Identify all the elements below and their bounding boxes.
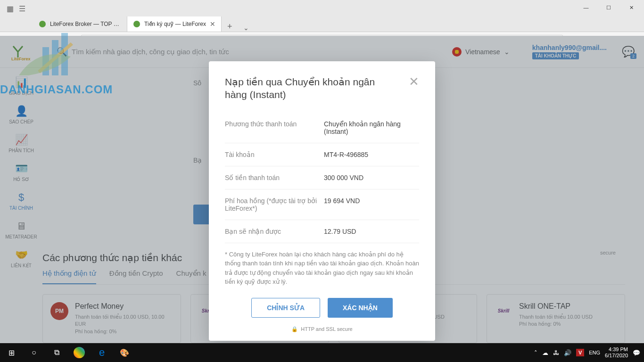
browser-tab-1[interactable]: Tiền ký quỹ — LiteForex ✕: [127, 16, 222, 32]
modal-row-account: Tài khoảnMT4-R-496885: [225, 143, 419, 166]
close-tab-icon[interactable]: ✕: [210, 20, 215, 28]
modal-close-button[interactable]: ✕: [409, 75, 419, 88]
confirm-button[interactable]: XÁC NHẬN: [328, 298, 393, 318]
keyboard-lang[interactable]: ENG: [589, 350, 600, 355]
svg-rect-5: [61, 33, 68, 75]
taskbar-app-edge[interactable]: e: [91, 343, 113, 362]
tray-volume-icon[interactable]: 🔊: [564, 349, 571, 356]
lang-indicator[interactable]: V: [576, 349, 584, 356]
window-titlebar: ▦ ☰ — ☐ ✕: [0, 0, 644, 15]
tab-title: LiteForex Broker — TOP For: [50, 21, 121, 27]
close-window-button[interactable]: ✕: [620, 0, 642, 15]
lock-icon: 🔒: [291, 326, 298, 332]
favicon-icon: [39, 20, 46, 28]
modal-title: Nạp tiền qua Chuyển khoản ngân hàng (Ins…: [225, 75, 395, 101]
notification-icon[interactable]: 💬: [633, 349, 640, 356]
start-button[interactable]: ⊞: [0, 343, 23, 362]
taskbar-app-chrome[interactable]: [74, 347, 85, 358]
tab-title: Tiền ký quỹ — LiteForex: [144, 21, 206, 27]
modal-row-method: Phương thức thanh toánChuyển khoản ngân …: [225, 113, 419, 143]
windows-taskbar: ⊞ ○ ⧉ e 🎨 ˄ ☁ 🖧 🔊 V ENG 4:39 PM 6/17/202…: [0, 343, 644, 362]
watermark: DANHGIASAN.COM: [0, 28, 113, 96]
deposit-confirm-modal: Nạp tiền qua Chuyển khoản ngân hàng (Ins…: [209, 61, 435, 341]
hamburger-icon[interactable]: ☰: [19, 4, 25, 11]
tabs-menu-button[interactable]: ⌄: [238, 24, 255, 32]
modal-row-amount: Số tiền thanh toán300 000 VND: [225, 166, 419, 189]
minimize-button[interactable]: —: [575, 0, 597, 15]
app-icon: ▦: [7, 4, 13, 11]
taskbar-app-paint[interactable]: 🎨: [113, 343, 136, 362]
tray-chevron-icon[interactable]: ˄: [534, 349, 537, 356]
tray-network-icon[interactable]: 🖧: [553, 349, 559, 356]
modal-note: * Công ty LiteForex hoàn lại cho khách h…: [225, 250, 419, 287]
modal-row-commission: Phí hoa hồng (*được tài trợ bởi LiteFore…: [225, 189, 419, 220]
modal-footer: 🔒 HTTP and SSL secure: [225, 326, 419, 332]
new-tab-button[interactable]: +: [222, 22, 238, 32]
favicon-icon: [133, 20, 140, 28]
svg-point-1: [133, 21, 140, 27]
cortana-button[interactable]: ○: [23, 343, 45, 362]
tray-onedrive-icon[interactable]: ☁: [542, 349, 548, 356]
svg-point-0: [39, 21, 46, 27]
maximize-button[interactable]: ☐: [598, 0, 619, 15]
edit-button[interactable]: CHỈNH SỬA: [251, 298, 320, 318]
task-view-button[interactable]: ⧉: [45, 343, 68, 362]
system-clock[interactable]: 4:39 PM 6/17/2020: [605, 346, 628, 359]
modal-row-receive: Bạn sẽ nhận được12.79 USD: [225, 220, 419, 243]
